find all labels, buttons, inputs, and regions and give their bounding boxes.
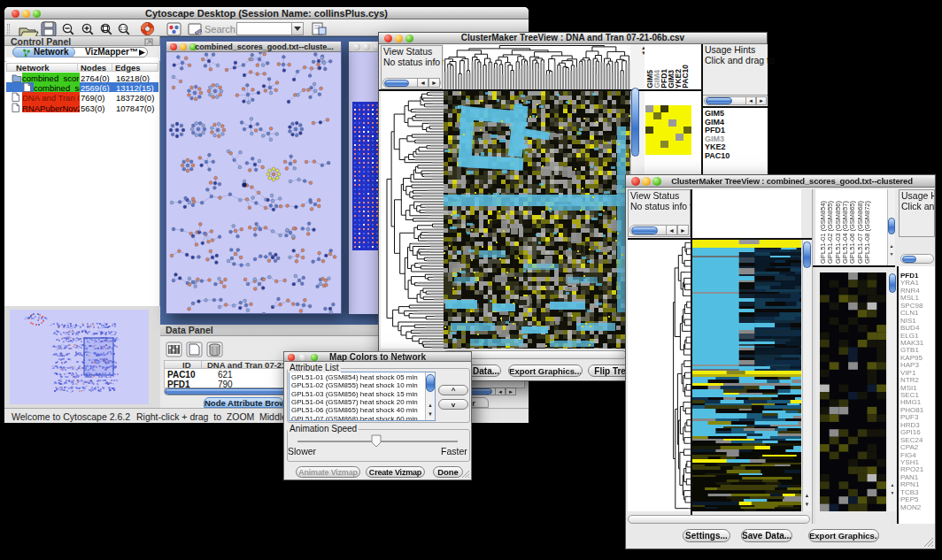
svg-text:1:1: 1:1 bbox=[120, 26, 127, 31]
